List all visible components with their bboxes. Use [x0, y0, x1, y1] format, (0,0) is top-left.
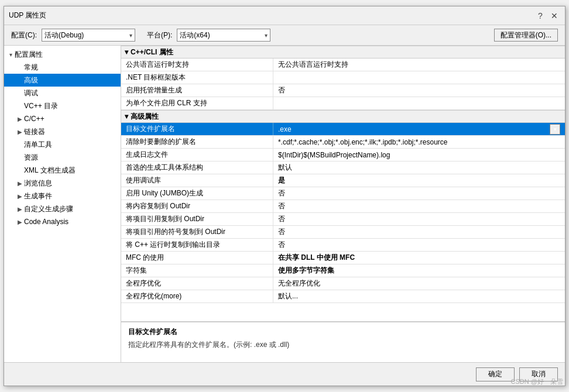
- title-bar: UDP 属性页 ? ✕: [4, 6, 565, 25]
- prop-value-advanced-0: .exe▾: [273, 123, 565, 135]
- cancel-button[interactable]: 取消: [519, 367, 558, 381]
- prop-row-advanced-11[interactable]: 字符集使用多字节字符集: [121, 264, 565, 277]
- prop-row-advanced-13[interactable]: 全程序优化(more)默认...: [121, 290, 565, 303]
- prop-name-advanced-2: 生成日志文件: [121, 149, 273, 161]
- platform-value: 活动(x64): [180, 30, 210, 40]
- config-arrow-icon: ▾: [129, 32, 132, 39]
- tree-item-code-analysis[interactable]: ▶Code Analysis: [4, 215, 121, 228]
- prop-name-advanced-12: 全程序优化: [121, 277, 273, 290]
- prop-name-advanced-4: 使用调试库: [121, 174, 273, 187]
- config-row: 配置(C): 活动(Debug) ▾ 平台(P): 活动(x64) ▾ 配置管理…: [4, 25, 565, 45]
- tree-label-general: 常规: [24, 63, 38, 73]
- prop-value-cpp-cli-2: 否: [273, 84, 565, 97]
- tree-item-debug[interactable]: 调试: [4, 87, 121, 99]
- prop-value-advanced-5: 否: [273, 187, 565, 200]
- prop-value-advanced-10: 在共享 DLL 中使用 MFC: [273, 252, 565, 264]
- description-title: 目标文件扩展名: [128, 327, 558, 337]
- tree-label-manifest-tool: 清单工具: [24, 140, 52, 150]
- tree-label-debug: 调试: [24, 88, 38, 98]
- prop-row-cpp-cli-1[interactable]: .NET 目标框架版本: [121, 71, 565, 84]
- tree-arrow-linker: ▶: [16, 129, 24, 135]
- prop-name-advanced-0: 目标文件扩展名: [121, 123, 273, 135]
- prop-row-advanced-8[interactable]: 将项目引用的符号复制到 OutDir否: [121, 226, 565, 239]
- prop-name-cpp-cli-2: 启用托管增量生成: [121, 84, 273, 97]
- tree-item-linker[interactable]: ▶链接器: [4, 125, 121, 138]
- section-collapse-icon-advanced[interactable]: ▾: [125, 112, 128, 121]
- right-panel: ▾C++/CLI 属性公共语言运行时支持无公共语言运行时支持.NET 目标框架版…: [121, 46, 565, 362]
- prop-value-cpp-cli-0: 无公共语言运行时支持: [273, 59, 565, 71]
- tree-label-code-analysis: Code Analysis: [24, 218, 68, 226]
- prop-value-advanced-9: 否: [273, 239, 565, 251]
- platform-label: 平台(P):: [147, 30, 172, 40]
- prop-name-cpp-cli-3: 为单个文件启用 CLR 支持: [121, 97, 273, 109]
- prop-row-advanced-7[interactable]: 将项目引用复制到 OutDir否: [121, 213, 565, 226]
- tree-item-config-props[interactable]: ▾配置属性: [4, 48, 121, 61]
- title-actions: ? ✕: [534, 10, 560, 22]
- description-panel: 目标文件扩展名 指定此程序将具有的文件扩展名。(示例: .exe 或 .dll): [121, 321, 565, 362]
- tree-arrow-code-analysis: ▶: [16, 219, 24, 225]
- tree-item-custom-build[interactable]: ▶自定义生成步骤: [4, 202, 121, 215]
- tree-label-cpp: C/C++: [24, 115, 44, 123]
- prop-row-advanced-10[interactable]: MFC 的使用在共享 DLL 中使用 MFC: [121, 252, 565, 264]
- config-label: 配置(C):: [11, 30, 37, 40]
- tree-item-manifest-tool[interactable]: 清单工具: [4, 138, 121, 151]
- config-combo[interactable]: 活动(Debug) ▾: [42, 29, 135, 42]
- prop-value-advanced-11: 使用多字节字符集: [273, 264, 565, 277]
- tree-label-custom-build: 自定义生成步骤: [24, 204, 73, 214]
- ok-button[interactable]: 确定: [476, 367, 515, 381]
- prop-name-advanced-11: 字符集: [121, 264, 273, 277]
- prop-row-advanced-9[interactable]: 将 C++ 运行时复制到输出目录否: [121, 239, 565, 252]
- help-button[interactable]: ?: [534, 10, 546, 22]
- tree-arrow-cpp: ▶: [16, 116, 24, 122]
- config-value: 活动(Debug): [44, 30, 84, 40]
- prop-row-advanced-12[interactable]: 全程序优化无全程序优化: [121, 277, 565, 290]
- tree-item-resources[interactable]: 资源: [4, 151, 121, 164]
- prop-name-advanced-3: 首选的生成工具体系结构: [121, 161, 273, 174]
- prop-name-advanced-7: 将项目引用复制到 OutDir: [121, 213, 273, 225]
- tree-label-browser-info: 浏览信息: [24, 178, 52, 188]
- platform-arrow-icon: ▾: [265, 32, 268, 39]
- tree-item-cpp[interactable]: ▶C/C++: [4, 112, 121, 125]
- config-manager-button[interactable]: 配置管理器(O)...: [494, 29, 558, 42]
- section-label-advanced: 高级属性: [131, 112, 159, 122]
- prop-dropdown-btn-advanced-0[interactable]: ▾: [550, 124, 560, 135]
- tree-item-general[interactable]: 常规: [4, 61, 121, 74]
- tree-arrow-build-events: ▶: [16, 193, 24, 200]
- prop-value-cpp-cli-3: [273, 97, 565, 109]
- prop-value-cpp-cli-1: [273, 71, 565, 84]
- close-button[interactable]: ✕: [549, 10, 560, 22]
- prop-row-cpp-cli-0[interactable]: 公共语言运行时支持无公共语言运行时支持: [121, 59, 565, 71]
- prop-name-advanced-13: 全程序优化(more): [121, 290, 273, 302]
- property-table-container: ▾C++/CLI 属性公共语言运行时支持无公共语言运行时支持.NET 目标框架版…: [121, 46, 565, 321]
- tree-item-vc-dirs[interactable]: VC++ 目录: [4, 99, 121, 112]
- prop-value-advanced-12: 无全程序优化: [273, 277, 565, 290]
- tree-label-vc-dirs: VC++ 目录: [24, 101, 58, 111]
- main-content: ▾配置属性常规高级调试VC++ 目录▶C/C++▶链接器清单工具资源XML 文档…: [4, 45, 565, 362]
- prop-row-advanced-4[interactable]: 使用调试库是: [121, 174, 565, 187]
- platform-combo[interactable]: 活动(x64) ▾: [177, 29, 270, 42]
- prop-row-cpp-cli-3[interactable]: 为单个文件启用 CLR 支持: [121, 97, 565, 110]
- prop-row-cpp-cli-2[interactable]: 启用托管增量生成否: [121, 84, 565, 97]
- prop-row-advanced-2[interactable]: 生成日志文件$(IntDir)$(MSBuildProjectName).log: [121, 149, 565, 161]
- tree-label-advanced: 高级: [24, 75, 38, 85]
- tree-item-advanced[interactable]: 高级: [4, 74, 121, 87]
- prop-name-advanced-9: 将 C++ 运行时复制到输出目录: [121, 239, 273, 251]
- prop-name-advanced-6: 将内容复制到 OutDir: [121, 200, 273, 212]
- prop-row-advanced-1[interactable]: 清除时要删除的扩展名*.cdf;*.cache;*.obj;*.obj.enc;…: [121, 136, 565, 149]
- tree-item-xml-gen[interactable]: XML 文档生成器: [4, 164, 121, 177]
- prop-row-advanced-5[interactable]: 启用 Unity (JUMBO)生成否: [121, 187, 565, 200]
- prop-name-advanced-5: 启用 Unity (JUMBO)生成: [121, 187, 273, 200]
- section-label-cpp-cli: C++/CLI 属性: [131, 47, 173, 57]
- tree-label-config-props: 配置属性: [15, 50, 43, 60]
- udp-properties-dialog: UDP 属性页 ? ✕ 配置(C): 活动(Debug) ▾ 平台(P): 活动…: [4, 6, 565, 386]
- tree-arrow-custom-build: ▶: [16, 206, 24, 212]
- prop-row-advanced-3[interactable]: 首选的生成工具体系结构默认: [121, 161, 565, 174]
- prop-name-cpp-cli-1: .NET 目标框架版本: [121, 71, 273, 84]
- tree-label-linker: 链接器: [24, 127, 45, 137]
- bottom-bar: 确定 取消: [4, 362, 565, 386]
- prop-row-advanced-6[interactable]: 将内容复制到 OutDir否: [121, 200, 565, 213]
- tree-item-browser-info[interactable]: ▶浏览信息: [4, 177, 121, 190]
- prop-row-advanced-0[interactable]: 目标文件扩展名.exe▾: [121, 123, 565, 136]
- tree-item-build-events[interactable]: ▶生成事件: [4, 190, 121, 202]
- section-collapse-icon-cpp-cli[interactable]: ▾: [125, 48, 128, 56]
